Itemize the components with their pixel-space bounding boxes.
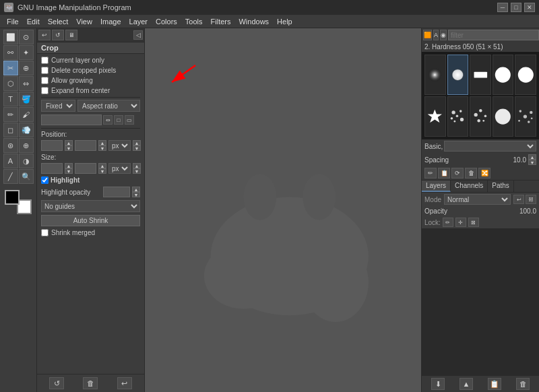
tool-dodge[interactable]: ◑ xyxy=(19,154,34,168)
size-x-up[interactable]: ▲ xyxy=(65,163,73,168)
highlight-opacity-input[interactable]: 50.0 xyxy=(103,187,130,197)
tool-paintbucket[interactable]: 🪣 xyxy=(19,92,34,106)
menu-filters[interactable]: Filters xyxy=(207,17,235,26)
current-layer-checkbox[interactable] xyxy=(41,57,49,64)
tool-pencil[interactable]: ✏ xyxy=(3,107,18,122)
spacing-down[interactable]: ▼ xyxy=(528,160,536,165)
delete-pixels-checkbox[interactable] xyxy=(41,67,49,74)
ratio-swap-btn[interactable]: ⇔ xyxy=(103,115,113,125)
brush-item-7[interactable] xyxy=(470,96,491,137)
opacity-up[interactable]: ▲ xyxy=(132,187,140,192)
brush-item-8[interactable] xyxy=(493,96,514,137)
tool-eraser[interactable]: ◻ xyxy=(3,123,18,137)
lock-paint-btn[interactable]: ✏ xyxy=(443,218,453,227)
pos-y-up[interactable]: ▲ xyxy=(98,140,106,145)
menu-windows[interactable]: Windows xyxy=(234,17,273,26)
menu-edit[interactable]: Edit xyxy=(23,17,44,26)
pos-x-up[interactable]: ▲ xyxy=(65,140,73,145)
lock-move-btn[interactable]: ✛ xyxy=(455,218,466,227)
panel-restore-btn[interactable]: ↩ xyxy=(117,377,132,389)
tab-layers[interactable]: Layers xyxy=(422,181,451,192)
expand-center-checkbox[interactable] xyxy=(41,87,49,94)
menu-help[interactable]: Help xyxy=(273,17,296,26)
position-x-input[interactable]: 0 xyxy=(41,140,63,151)
tool-smudge[interactable]: A xyxy=(3,154,18,168)
minimize-button[interactable]: ─ xyxy=(497,3,508,12)
constraint-type-select[interactable]: Fixed xyxy=(41,100,75,112)
tool-fuzzy[interactable]: ✦ xyxy=(19,45,34,60)
panel-tab-redo[interactable]: ↺ xyxy=(52,30,64,40)
size-x-input[interactable]: 0 xyxy=(41,163,63,174)
foreground-color-box[interactable] xyxy=(5,190,20,205)
menu-colors[interactable]: Colors xyxy=(152,17,181,26)
brush-item-2[interactable] xyxy=(470,55,491,95)
ratio-portrait-btn[interactable]: □ xyxy=(114,115,123,125)
menu-view[interactable]: View xyxy=(72,17,96,26)
position-y-input[interactable]: 0 xyxy=(75,140,96,151)
panel-tab-display[interactable]: 🖥 xyxy=(65,30,77,40)
brush-edit-btn[interactable]: ✏ xyxy=(424,168,437,178)
size-unit-down[interactable]: ▼ xyxy=(133,168,141,174)
menu-select[interactable]: Select xyxy=(44,17,73,26)
brush-icon-3[interactable]: ◉ xyxy=(440,30,447,40)
layer-add-btn[interactable]: ⬇ xyxy=(431,378,445,390)
menu-tools[interactable]: Tools xyxy=(181,17,207,26)
auto-shrink-button[interactable]: Auto Shrink xyxy=(41,215,140,226)
tool-zoom[interactable]: 🔍 xyxy=(19,169,34,184)
tool-flip[interactable]: ⇔ xyxy=(19,76,34,91)
tool-measure[interactable]: ╱ xyxy=(3,169,18,184)
brush-copy-btn[interactable]: 📋 xyxy=(438,168,450,178)
brush-item-6[interactable] xyxy=(447,96,469,137)
brush-name-select[interactable] xyxy=(444,141,536,152)
size-y-down[interactable]: ▼ xyxy=(98,168,106,174)
brush-item-1[interactable] xyxy=(447,55,469,95)
brush-delete-btn[interactable]: 🗑 xyxy=(465,168,477,178)
tool-crop[interactable]: ✂ xyxy=(3,61,18,75)
brush-icon-1[interactable]: 🟧 xyxy=(423,30,432,40)
tab-channels[interactable]: Channels xyxy=(451,181,488,192)
brush-item-3[interactable] xyxy=(493,55,514,95)
mode-select[interactable]: Normal xyxy=(444,194,511,205)
menu-file[interactable]: File xyxy=(3,17,23,26)
allow-growing-checkbox[interactable] xyxy=(41,77,49,84)
panel-collapse-btn[interactable]: ◁ xyxy=(133,30,143,40)
brush-item-0[interactable] xyxy=(424,55,446,95)
panel-reset-btn[interactable]: ↺ xyxy=(49,377,64,389)
layer-raise-btn[interactable]: ▲ xyxy=(459,378,473,390)
unit-up[interactable]: ▲ xyxy=(133,140,141,145)
tool-airbrush[interactable]: 💨 xyxy=(19,123,34,137)
brush-item-4[interactable] xyxy=(515,55,536,95)
layer-delete-btn[interactable]: 🗑 xyxy=(516,378,530,390)
layer-undo-btn[interactable]: ↩ xyxy=(513,195,524,204)
pos-y-down[interactable]: ▼ xyxy=(98,145,106,151)
brush-random-btn[interactable]: 🔀 xyxy=(478,168,490,178)
spacing-up[interactable]: ▲ xyxy=(528,154,536,160)
tool-lasso[interactable]: ⚯ xyxy=(3,45,18,60)
shrink-merged-checkbox[interactable] xyxy=(41,229,49,236)
tab-paths[interactable]: Paths xyxy=(488,181,514,192)
tool-rect-select[interactable]: ⬜ xyxy=(3,30,18,44)
unit-down[interactable]: ▼ xyxy=(133,145,141,151)
size-x-down[interactable]: ▼ xyxy=(65,168,73,174)
guides-select[interactable]: No guides xyxy=(41,200,140,212)
layer-duplicate-btn[interactable]: 📋 xyxy=(488,378,501,390)
layer-chain-btn[interactable]: ⛓ xyxy=(526,195,536,204)
menu-layer[interactable]: Layer xyxy=(125,17,152,26)
position-unit-select[interactable]: px xyxy=(108,140,131,151)
close-button[interactable]: ✕ xyxy=(524,3,535,12)
size-y-input[interactable]: 0 xyxy=(75,163,96,174)
maximize-button[interactable]: □ xyxy=(511,3,521,12)
size-unit-up[interactable]: ▲ xyxy=(133,163,141,168)
tool-perspective[interactable]: ⬡ xyxy=(3,76,18,91)
tool-clone[interactable]: ⊛ xyxy=(3,138,18,153)
tool-heal[interactable]: ⊕ xyxy=(19,138,34,153)
constraint-value-select[interactable]: Aspect ratio xyxy=(77,100,140,112)
size-y-up[interactable]: ▲ xyxy=(98,163,106,168)
ratio-input[interactable]: 1:1 xyxy=(41,115,102,125)
brush-item-9[interactable] xyxy=(515,96,536,137)
menu-image[interactable]: Image xyxy=(96,17,125,26)
lock-all-btn[interactable]: ⊠ xyxy=(468,218,479,227)
panel-tab-undo[interactable]: ↩ xyxy=(38,30,51,40)
panel-delete-btn[interactable]: 🗑 xyxy=(83,377,98,389)
brush-filter-input[interactable] xyxy=(448,30,539,40)
